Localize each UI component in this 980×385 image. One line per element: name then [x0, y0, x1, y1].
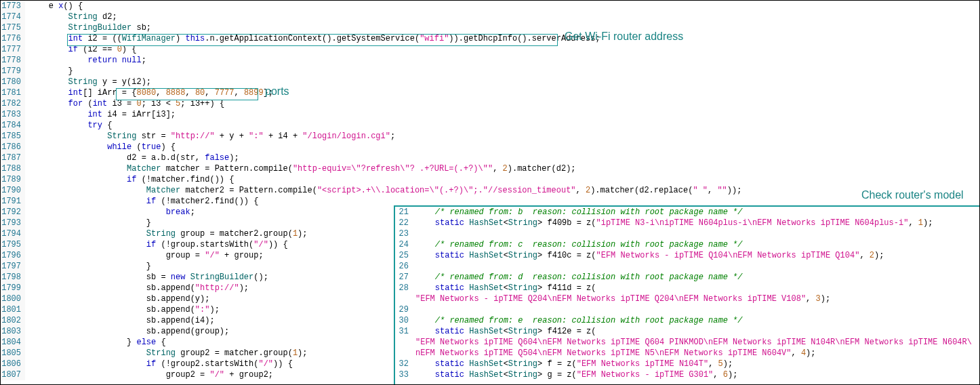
annotation-model: Check router's model [861, 190, 964, 201]
code-pane-inset: /* renamed from: b reason: collision wit… [415, 207, 972, 380]
annotation-wifi: Get Wi-Fi router address [565, 31, 683, 42]
line-gutter-main: 1773177417751776177717781779178017811782… [1, 1, 25, 380]
code-editor: 1773177417751776177717781779178017811782… [1, 1, 979, 384]
line-gutter-inset: 21222324252627282930313233 [395, 207, 411, 380]
inset-code-panel: 21222324252627282930313233 /* renamed fr… [394, 205, 980, 385]
annotation-ports: ports [265, 86, 289, 97]
